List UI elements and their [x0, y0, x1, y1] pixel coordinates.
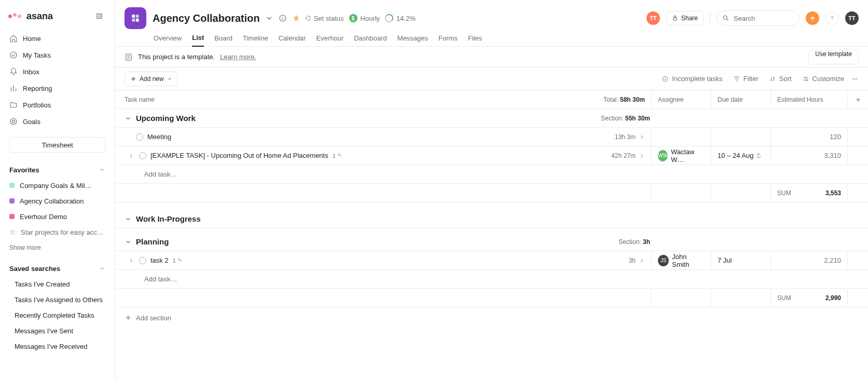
nav-inbox[interactable]: Inbox [4, 63, 111, 80]
tab-calendar[interactable]: Calendar [279, 34, 306, 46]
due-cell[interactable]: 7 Jul [711, 251, 770, 269]
check-circle-icon [662, 75, 669, 83]
info-icon[interactable] [279, 14, 287, 22]
task-row[interactable]: Meeting 13h 3m 120 [115, 128, 868, 146]
saved-item[interactable]: Messages I've Received [4, 338, 111, 354]
svg-point-14 [853, 78, 854, 79]
fav-everhour-demo[interactable]: Everhour Demo [4, 209, 111, 224]
add-task-row[interactable]: Add task… [115, 165, 868, 184]
tab-messages[interactable]: Messages [397, 34, 428, 46]
subtask-count: 1 [173, 257, 183, 264]
plus-icon [809, 15, 816, 22]
progress-chip[interactable]: 14.2% [385, 14, 416, 22]
saved-searches-header[interactable]: Saved searches [4, 261, 111, 276]
nav-my-tasks[interactable]: My Tasks [4, 47, 111, 63]
filter-button[interactable]: Filter [733, 75, 759, 83]
chevron-down-icon [99, 265, 105, 272]
add-task-row[interactable]: Add task… [115, 270, 868, 289]
assignee-cell[interactable]: JS John Smith [651, 251, 711, 269]
search-icon [722, 15, 729, 22]
hours-cell[interactable]: 2,210 [770, 251, 847, 269]
more-actions-button[interactable] [851, 75, 859, 83]
assignee-cell[interactable]: WW Waclaw W… [651, 146, 711, 165]
add-new-button[interactable]: Add new [125, 72, 178, 86]
customize-button[interactable]: Customize [802, 75, 844, 83]
home-icon [9, 34, 18, 43]
hours-cell[interactable]: 3,310 [770, 146, 847, 165]
tab-dashboard[interactable]: Dashboard [354, 34, 387, 46]
expand-subtasks-button[interactable] [128, 152, 135, 159]
set-status-button[interactable]: Set status [306, 15, 344, 22]
fav-company-goals[interactable]: Company Goals & Mil… [4, 178, 111, 193]
nav-home[interactable]: Home [4, 30, 111, 47]
nav-portfolios[interactable]: Portfolios [4, 97, 111, 113]
saved-item[interactable]: Tasks I've Created [4, 276, 111, 292]
chevron-right-icon[interactable] [639, 134, 645, 140]
assignee-cell[interactable] [651, 128, 711, 146]
global-add-button[interactable] [806, 11, 819, 25]
sum-label: SUM [777, 294, 791, 302]
tab-board[interactable]: Board [214, 34, 232, 46]
star-filled-icon[interactable] [292, 14, 300, 22]
svg-rect-8 [673, 18, 677, 20]
add-section-button[interactable]: Add section [115, 307, 868, 328]
section-planning[interactable]: Planning Section: 3h [115, 233, 868, 251]
chevron-right-icon[interactable] [639, 257, 645, 264]
tab-everhour[interactable]: Everhour [316, 34, 343, 46]
tab-forms[interactable]: Forms [438, 34, 458, 46]
saved-item[interactable]: Tasks I've Assigned to Others [4, 292, 111, 307]
saved-item[interactable]: Messages I've Sent [4, 323, 111, 338]
favorites-header[interactable]: Favorites [4, 162, 111, 178]
tab-files[interactable]: Files [468, 34, 482, 46]
add-column-button[interactable] [847, 90, 868, 108]
tab-list[interactable]: List [192, 34, 204, 47]
project-color-swatch [9, 198, 15, 203]
logo-text: asana [26, 11, 53, 22]
share-button[interactable]: Share [666, 11, 704, 25]
search-input[interactable]: Search [717, 10, 800, 26]
collapse-sidebar-button[interactable] [92, 9, 106, 23]
col-due-date[interactable]: Due date [711, 90, 770, 108]
expand-subtasks-button[interactable] [128, 257, 135, 264]
timesheet-button[interactable]: Timesheet [9, 137, 105, 153]
tab-overview[interactable]: Overview [154, 34, 182, 46]
tab-timeline[interactable]: Timeline [243, 34, 268, 46]
task-name: [EXAMPLE TASK] - Upcoming Out of Home Ad… [150, 152, 328, 159]
status-dashed-circle-icon [306, 16, 311, 21]
incomplete-tasks-filter[interactable]: Incomplete tasks [662, 75, 723, 83]
complete-checkbox[interactable] [139, 152, 146, 159]
task-row[interactable]: [EXAMPLE TASK] - Upcoming Out of Home Ad… [115, 146, 868, 165]
subtask-number: 1 [173, 257, 176, 264]
section-work-in-progress[interactable]: Work In-Progress [115, 210, 868, 228]
section-upcoming-work[interactable]: Upcoming Work Section: 55h 30m [115, 109, 868, 128]
chevron-right-icon[interactable] [639, 153, 645, 159]
svg-point-17 [340, 155, 341, 156]
status-label: Set status [314, 15, 344, 22]
nav-goals[interactable]: Goals [4, 113, 111, 130]
due-cell[interactable]: 10 – 24 Aug [711, 146, 770, 165]
sort-button[interactable]: Sort [769, 75, 792, 83]
svg-point-12 [805, 77, 806, 78]
due-cell[interactable] [711, 128, 770, 146]
chevron-down-icon[interactable] [265, 14, 273, 22]
complete-checkbox[interactable] [139, 257, 146, 264]
asana-logo: asana [8, 11, 53, 22]
rate-chip[interactable]: $ Hourly [349, 14, 380, 22]
use-template-button[interactable]: Use template [808, 50, 859, 64]
project-tile[interactable] [125, 7, 146, 29]
member-avatar[interactable]: TT [646, 11, 660, 25]
hours-cell[interactable]: 120 [770, 128, 847, 146]
favorites-show-more[interactable]: Show more [4, 240, 111, 255]
complete-checkbox[interactable] [136, 133, 143, 141]
help-button[interactable] [825, 11, 839, 25]
sort-label: Sort [779, 75, 792, 83]
nav-reporting[interactable]: Reporting [4, 80, 111, 97]
col-assignee[interactable]: Assignee [651, 90, 711, 108]
chevron-right-icon [128, 257, 134, 264]
fav-agency-collaboration[interactable]: Agency Collaboration [4, 193, 111, 209]
user-avatar[interactable]: TT [845, 11, 859, 25]
col-estimated-hours[interactable]: Estimated Hours [770, 90, 847, 108]
saved-item[interactable]: Recently Completed Tasks [4, 307, 111, 323]
task-row[interactable]: task 2 1 3h JS John Smith 7 Jul [115, 251, 868, 270]
learn-more-link[interactable]: Learn more. [220, 53, 256, 61]
